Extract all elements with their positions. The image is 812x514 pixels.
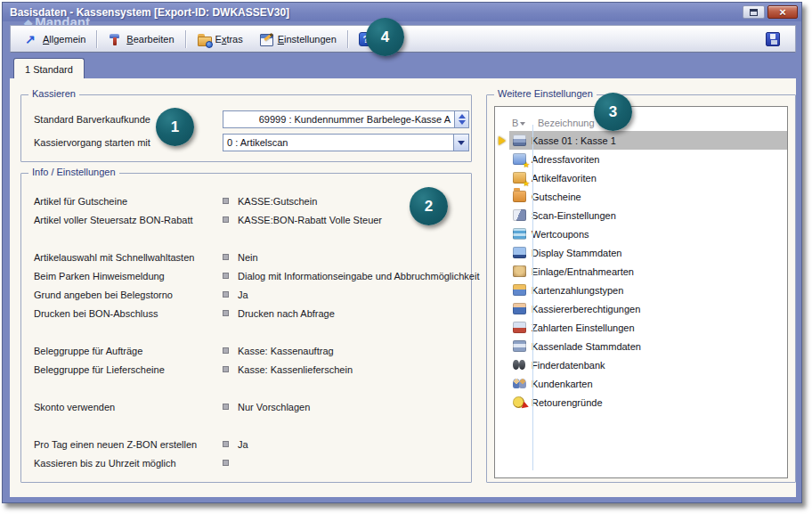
field-row: Kassiervorgang starten mit 0 : Artikelsc… xyxy=(34,134,471,151)
chevron-down-icon xyxy=(458,141,465,145)
group-kassieren: Kassieren Standard Barverkaufkunde 69999… xyxy=(20,94,472,162)
window-controls xyxy=(743,5,798,19)
scanner-icon xyxy=(513,209,526,221)
binoculars-icon xyxy=(513,359,526,371)
bullet-icon xyxy=(223,404,229,410)
column-header-image[interactable]: B xyxy=(509,118,532,128)
info-row: Pro Tag einen neuen Z-BON erstellen Ja xyxy=(34,435,471,453)
spin-down-icon[interactable] xyxy=(459,120,466,125)
spin-up-icon[interactable] xyxy=(459,114,466,118)
arrow-up-right-icon xyxy=(24,32,38,46)
close-button[interactable] xyxy=(767,5,798,19)
column-separator xyxy=(532,125,533,470)
screen: Basisdaten - Kassensystem [Export-ID: DW… xyxy=(0,0,812,514)
bullet-icon xyxy=(223,216,229,223)
restore-button[interactable] xyxy=(743,5,765,19)
folder-info-icon xyxy=(197,32,211,46)
list-item-wertcoupons[interactable]: Wertcoupons xyxy=(495,224,787,243)
standard-barverkaufkunde-field[interactable]: 69999 : Kundennummer Barbelege-Kasse A xyxy=(223,110,469,128)
tab-standard[interactable]: 1 Standard xyxy=(13,58,85,79)
titlebar: Basisdaten - Kassensystem [Export-ID: DW… xyxy=(3,3,801,21)
tab-strip: 1 Standard xyxy=(10,52,796,78)
voucher-folder-icon xyxy=(513,191,526,202)
info-row: Kassieren bis zu Uhrzeit möglich xyxy=(34,453,471,472)
info-row: Artikel für Gutscheine KASSE:Gutschein xyxy=(34,192,471,210)
info-row: Grund angeben bei Belegstorno Ja xyxy=(34,285,471,304)
list-item-scan-einstellungen[interactable]: Scan-Einstellungen xyxy=(495,206,787,224)
article-favorites-icon xyxy=(513,172,526,184)
bearbeiten-button[interactable]: Bearbeiten xyxy=(100,29,182,50)
settings-list: B Bezeichnung Kasse 01 : Kasse 1 xyxy=(494,106,788,478)
info-row: Skonto verwenden Nur Vorschlagen xyxy=(34,397,471,416)
toolbar-separator xyxy=(96,30,97,48)
close-icon xyxy=(779,6,786,18)
callout-1: 1 xyxy=(156,108,194,146)
list-item-artikelfavoriten[interactable]: Artikelfavoriten xyxy=(495,168,787,187)
list-item-display-stammdaten[interactable]: Display Stammdaten xyxy=(495,243,787,262)
list-item-zahlarten-einstellungen[interactable]: Zahlarten Einstellungen xyxy=(495,318,787,337)
list-item-kassiererberechtigungen[interactable]: Kassiererberechtigungen xyxy=(495,299,787,318)
bullet-icon xyxy=(223,347,229,354)
cash-register-icon xyxy=(513,135,526,146)
customer-cards-icon xyxy=(513,378,526,389)
cash-drawer-icon xyxy=(513,340,526,352)
app-window: Basisdaten - Kassensystem [Export-ID: DW… xyxy=(2,2,802,503)
list-item-adressfavoriten[interactable]: Adressfavoriten xyxy=(495,150,787,168)
list-item-kundenkarten[interactable]: Kundenkarten xyxy=(495,374,787,393)
field-value: 69999 : Kundennummer Barbelege-Kasse A xyxy=(223,114,454,125)
return-reasons-icon xyxy=(513,396,524,408)
info-row: Beleggruppe für Aufträge Kasse: Kassenau… xyxy=(34,341,471,360)
cashier-permissions-icon xyxy=(513,303,526,314)
bullet-icon xyxy=(223,366,229,372)
allgemein-button[interactable]: Allgemein xyxy=(16,29,93,50)
list-item-kassenlade-stammdaten[interactable]: Kassenlade Stammdaten xyxy=(495,337,787,355)
save-icon xyxy=(766,32,780,46)
callout-2: 2 xyxy=(410,187,448,225)
field-label: Standard Barverkaufkunde xyxy=(34,114,223,125)
restore-icon xyxy=(750,9,758,16)
extras-button[interactable]: Extras xyxy=(189,29,251,50)
list-header[interactable]: B Bezeichnung xyxy=(495,107,787,131)
hammer-icon xyxy=(108,32,122,46)
group-info-einstellungen: Info / Einstellungen Artikel für Gutsche… xyxy=(20,173,472,483)
group-weitere-einstellungen: Weitere Einstellungen B Bezeichnung xyxy=(486,94,796,483)
bullet-icon xyxy=(223,198,229,204)
sort-icon xyxy=(520,122,525,126)
payment-settings-icon xyxy=(513,322,526,333)
list-item-einlage-entnahmearten[interactable]: Einlage/Entnahmearten xyxy=(495,262,787,281)
column-header-bezeichnung[interactable]: Bezeichnung xyxy=(532,118,787,128)
card-payment-icon xyxy=(513,284,526,296)
bullet-icon xyxy=(223,291,229,298)
info-row: Artikelauswahl mit Schnellwahltasten Nei… xyxy=(34,248,471,266)
info-badge-icon xyxy=(206,41,213,48)
save-button[interactable] xyxy=(763,29,783,50)
list-item-gutscheine[interactable]: Gutscheine xyxy=(495,187,787,206)
list-item-kartenzahlungstypen[interactable]: Kartenzahlungstypen xyxy=(495,281,787,299)
list-item-kasse-01[interactable]: Kasse 01 : Kasse 1 xyxy=(495,131,787,150)
spinner-buttons[interactable] xyxy=(454,111,468,127)
coupons-icon xyxy=(513,228,526,240)
dropdown-button[interactable] xyxy=(453,135,468,151)
bullet-icon xyxy=(223,441,229,447)
callout-4: 4 xyxy=(366,18,404,56)
list-item-finderdatenbank[interactable]: Finderdatenbank xyxy=(495,355,787,374)
list-item-retourengruende[interactable]: Retourengründe xyxy=(495,393,787,412)
field-row: Standard Barverkaufkunde 69999 : Kundenn… xyxy=(34,110,471,128)
kassiervorgang-dropdown[interactable]: 0 : Artikelscan xyxy=(223,134,469,151)
group-weitere-title: Weitere Einstellungen xyxy=(494,88,597,99)
bullet-icon xyxy=(223,273,229,279)
form-pencil-icon xyxy=(259,32,273,46)
bullet-icon xyxy=(223,460,229,466)
info-row: Beleggruppe für Lieferscheine Kasse: Kas… xyxy=(34,360,471,379)
bullet-icon xyxy=(223,254,229,260)
address-favorites-icon xyxy=(513,153,526,165)
current-row-arrow-icon xyxy=(499,136,506,145)
callout-3: 3 xyxy=(594,93,632,131)
tab-page: Kassieren Standard Barverkaufkunde 69999… xyxy=(10,78,796,497)
group-kassieren-title: Kassieren xyxy=(28,88,79,99)
info-row: Beim Parken Hinweismeldung Dialog mit In… xyxy=(34,266,471,285)
info-row: Drucken bei BON-Abschluss Drucken nach A… xyxy=(34,304,471,322)
dropdown-value: 0 : Artikelscan xyxy=(223,137,453,148)
display-icon xyxy=(513,247,526,258)
einstellungen-button[interactable]: Einstellungen xyxy=(251,29,345,50)
